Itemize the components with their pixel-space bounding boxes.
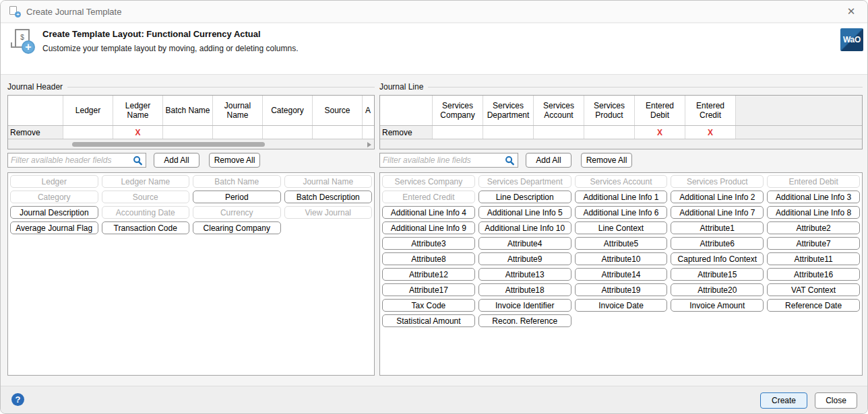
field-chip-attribute20[interactable]: Attribute20: [671, 283, 764, 296]
field-chip-attribute16[interactable]: Attribute16: [767, 268, 860, 281]
field-chip-additional-line-info-1[interactable]: Additional Line Info 1: [575, 191, 668, 203]
field-chip-clearing-company[interactable]: Clearing Company: [193, 221, 281, 234]
corner-cell: [8, 96, 63, 125]
journal-line-label-text: Journal Line: [379, 82, 423, 92]
field-chip-additional-line-info-5[interactable]: Additional Line Info 5: [478, 206, 571, 219]
journal-header-table: LedgerLedger NameBatch NameJournal NameC…: [7, 95, 375, 149]
remove-cell-source: [313, 126, 363, 139]
field-chip-invoice-date[interactable]: Invoice Date: [575, 299, 668, 312]
field-chip-additional-line-info-4[interactable]: Additional Line Info 4: [382, 206, 475, 219]
remove-x-icon[interactable]: X: [708, 128, 713, 137]
field-chip-source: Source: [102, 191, 190, 203]
journal-header-column-row: LedgerLedger NameBatch NameJournal NameC…: [8, 96, 374, 125]
field-chip-attribute2[interactable]: Attribute2: [767, 221, 860, 234]
field-chip-attribute9[interactable]: Attribute9: [478, 252, 571, 265]
field-chip-attribute3[interactable]: Attribute3: [382, 237, 475, 250]
line-remove-all-button[interactable]: Remove All: [581, 153, 632, 168]
page-subtitle: Customize your template layout by moving…: [42, 44, 299, 53]
field-chip-period[interactable]: Period: [193, 191, 281, 203]
column-header-ledger[interactable]: Ledger: [63, 96, 113, 125]
field-chip-line-context[interactable]: Line Context: [575, 221, 668, 234]
column-header-source[interactable]: Source: [313, 96, 363, 125]
field-chip-vat-context[interactable]: VAT Context: [767, 283, 860, 296]
remove-cell-services-department: [483, 126, 534, 139]
close-button[interactable]: Close: [815, 392, 857, 409]
column-header-category[interactable]: Category: [263, 96, 313, 125]
field-chip-attribute7[interactable]: Attribute7: [767, 237, 860, 250]
field-chip-attribute6[interactable]: Attribute6: [671, 237, 764, 250]
remove-cell-ledger-name[interactable]: X: [113, 126, 163, 139]
field-chip-additional-line-info-10[interactable]: Additional Line Info 10: [478, 221, 571, 234]
scrollbar-thumb[interactable]: [72, 142, 265, 147]
journal-template-icon: +: [9, 6, 20, 17]
field-chip-line-description[interactable]: Line Description: [478, 191, 571, 203]
header-remove-all-button[interactable]: Remove All: [209, 153, 260, 168]
column-header-entered-debit[interactable]: Entered Debit: [635, 96, 685, 125]
field-chip-additional-line-info-9[interactable]: Additional Line Info 9: [382, 221, 475, 234]
remove-cell-batch-name: [163, 126, 213, 139]
field-chip-attribute12[interactable]: Attribute12: [382, 268, 475, 281]
field-chip-additional-line-info-8[interactable]: Additional Line Info 8: [767, 206, 860, 219]
field-chip-average-journal-flag[interactable]: Average Journal Flag: [10, 221, 98, 234]
help-icon[interactable]: ?: [11, 393, 24, 406]
brand-logo: WaO: [840, 28, 863, 51]
field-chip-reference-date[interactable]: Reference Date: [767, 299, 860, 312]
field-chip-attribute17[interactable]: Attribute17: [382, 283, 475, 296]
field-chip-entered-debit: Entered Debit: [767, 175, 860, 188]
field-chip-invoice-amount[interactable]: Invoice Amount: [671, 299, 764, 312]
field-chip-attribute14[interactable]: Attribute14: [575, 268, 668, 281]
search-icon: [505, 156, 515, 166]
column-header-services-department[interactable]: Services Department: [483, 96, 534, 125]
journal-header-section-label: Journal Header: [7, 82, 375, 92]
header-filter-input[interactable]: [8, 156, 133, 165]
field-chip-invoice-identifier[interactable]: Invoice Identifier: [478, 299, 571, 312]
column-header-services-product[interactable]: Services Product: [584, 96, 635, 125]
field-chip-attribute8[interactable]: Attribute8: [382, 252, 475, 265]
field-chip-additional-line-info-3[interactable]: Additional Line Info 3: [767, 191, 860, 203]
horizontal-scrollbar-track-empty: [380, 139, 862, 149]
line-add-all-button[interactable]: Add All: [526, 153, 571, 168]
remove-x-icon[interactable]: X: [135, 128, 140, 137]
field-chip-additional-line-info-2[interactable]: Additional Line Info 2: [671, 191, 764, 203]
field-chip-attribute5[interactable]: Attribute5: [575, 237, 668, 250]
field-chip-captured-info-context[interactable]: Captured Info Context: [671, 252, 764, 265]
field-chip-attribute19[interactable]: Attribute19: [575, 283, 668, 296]
horizontal-scrollbar[interactable]: [8, 139, 374, 149]
line-filter: [379, 153, 518, 168]
field-chip-attribute13[interactable]: Attribute13: [478, 268, 571, 281]
remove-cell-entered-credit[interactable]: X: [685, 126, 736, 139]
field-chip-attribute18[interactable]: Attribute18: [478, 283, 571, 296]
field-chip-batch-description[interactable]: Batch Description: [284, 191, 373, 203]
divider: [428, 87, 863, 88]
field-chip-recon-reference[interactable]: Recon. Reference: [478, 314, 571, 327]
scrollbar-right-arrow-icon[interactable]: [367, 142, 371, 147]
column-header-entered-credit[interactable]: Entered Credit: [685, 96, 736, 125]
column-header-services-account[interactable]: Services Account: [534, 96, 584, 125]
field-chip-journal-description[interactable]: Journal Description: [10, 206, 98, 219]
field-chip-attribute15[interactable]: Attribute15: [671, 268, 764, 281]
column-header-a[interactable]: A: [363, 96, 375, 125]
header-add-all-button[interactable]: Add All: [154, 153, 199, 168]
column-header-ledger-name[interactable]: Ledger Name: [113, 96, 163, 125]
column-header-services-company[interactable]: Services Company: [433, 96, 483, 125]
create-journal-template-dialog: + Create Journal Template ✕ $ + Create T…: [0, 0, 868, 414]
field-chip-attribute4[interactable]: Attribute4: [478, 237, 571, 250]
column-header-journal-name[interactable]: Journal Name: [213, 96, 263, 125]
field-chip-statistical-amount[interactable]: Statistical Amount: [382, 314, 475, 327]
field-chip-additional-line-info-7[interactable]: Additional Line Info 7: [671, 206, 764, 219]
journal-line-column-row: Services CompanyServices DepartmentServi…: [380, 96, 862, 125]
field-chip-attribute1[interactable]: Attribute1: [671, 221, 764, 234]
column-header-batch-name[interactable]: Batch Name: [163, 96, 213, 125]
remove-cell-a: [363, 126, 375, 139]
create-button[interactable]: Create: [760, 392, 807, 409]
field-chip-view-journal: View Journal: [284, 206, 373, 219]
line-filter-input[interactable]: [380, 156, 505, 165]
field-chip-attribute11[interactable]: Attribute11: [767, 252, 860, 265]
remove-cell-entered-debit[interactable]: X: [635, 126, 685, 139]
close-icon[interactable]: ✕: [845, 5, 857, 18]
field-chip-tax-code[interactable]: Tax Code: [382, 299, 475, 312]
field-chip-attribute10[interactable]: Attribute10: [575, 252, 668, 265]
field-chip-additional-line-info-6[interactable]: Additional Line Info 6: [575, 206, 668, 219]
remove-x-icon[interactable]: X: [657, 128, 662, 137]
field-chip-transaction-code[interactable]: Transaction Code: [102, 221, 190, 234]
